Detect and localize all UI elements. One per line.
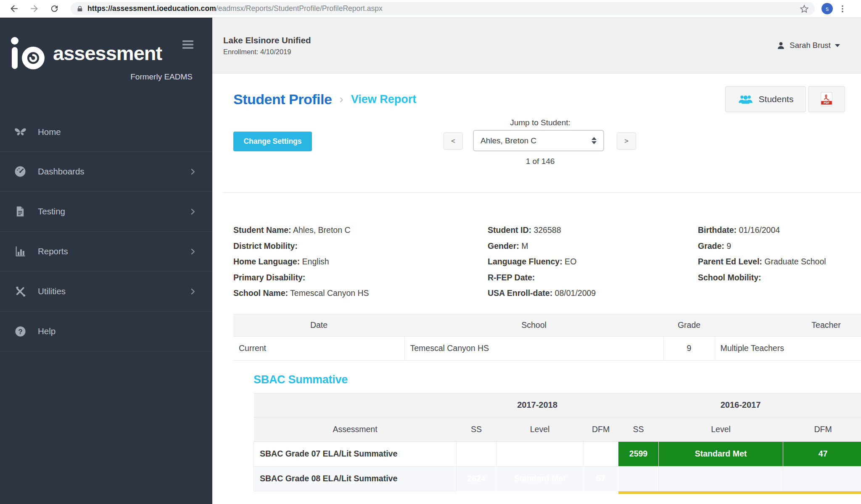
- bookmark-star-icon[interactable]: [800, 4, 809, 13]
- sidebar-item-label: Testing: [38, 206, 65, 216]
- export-button-group: Students PDF: [725, 86, 845, 112]
- sidebar: assessment Formerly EADMS HomeDashboards…: [0, 18, 212, 504]
- sbac-column-header: Level: [659, 417, 783, 441]
- sidebar-item-utilities[interactable]: Utilities: [0, 272, 212, 311]
- pdf-export-button[interactable]: PDF: [808, 86, 845, 112]
- sbac-score-cell: 2599: [618, 441, 659, 466]
- sbac-row: SBAC Grade 08 ELA/Lit Summative2624Stand…: [254, 466, 861, 491]
- sbac-column-header: SS: [618, 417, 659, 441]
- sbac-score-cell: [457, 441, 497, 466]
- prev-student-button[interactable]: <: [444, 132, 463, 150]
- enrollment-cell: Current: [233, 336, 404, 360]
- select-arrows-icon: [592, 137, 597, 144]
- next-student-button[interactable]: >: [617, 132, 636, 150]
- url-host: https://assessment.ioeducation.com: [87, 4, 216, 13]
- enrollment-date: Enrollment: 4/10/2019: [223, 48, 311, 56]
- student-select[interactable]: Ahles, Breton C: [473, 130, 604, 151]
- student-info-field: R-FEP Date:: [488, 270, 698, 286]
- url-path: /eadmsx/Reports/StudentProfile/ProfileRe…: [216, 4, 383, 13]
- students-button-label: Students: [759, 94, 794, 104]
- student-position: 1 of 146: [448, 157, 633, 166]
- question-icon: ?: [13, 325, 28, 338]
- user-menu[interactable]: Sarah Brust: [776, 41, 840, 50]
- sidebar-item-testing[interactable]: Testing: [0, 192, 212, 232]
- sbac-score-cell: [457, 491, 497, 494]
- user-name: Sarah Brust: [790, 41, 831, 50]
- sbac-column-header: SS: [457, 417, 497, 441]
- sbac-score-cell: [618, 491, 659, 494]
- svg-text:PDF: PDF: [824, 101, 829, 104]
- sidebar-item-home[interactable]: Home: [0, 112, 212, 152]
- sidebar-item-dashboards[interactable]: Dashboards: [0, 152, 212, 192]
- sidebar-item-help[interactable]: ?Help: [0, 311, 212, 351]
- divider: [223, 192, 861, 193]
- url-bar[interactable]: https://assessment.ioeducation.com/eadms…: [71, 2, 815, 15]
- sbac-table: 2017-20182016-2017AssessmentSSLevelDFMSS…: [254, 393, 861, 494]
- sbac-year-header: 2016-2017: [618, 393, 861, 417]
- chevron-right-icon: [188, 247, 197, 256]
- student-info-field: Birthdate: 01/16/2004: [698, 222, 861, 238]
- student-info-column: Student Name: Ahles, Breton CDistrict Mo…: [233, 222, 488, 301]
- student-info-field: Language Fluency: EO: [488, 254, 698, 270]
- main: Lake Elsinore Unified Enrollment: 4/10/2…: [212, 18, 861, 504]
- svg-text:?: ?: [18, 327, 22, 335]
- reload-icon[interactable]: [47, 2, 61, 16]
- sbac-row: SBAC Grade 07 ELA/Lit Summative2599Stand…: [254, 441, 861, 466]
- logo-subtitle: Formerly EADMS: [0, 72, 193, 82]
- student-info-column: Student ID: 326588Gender: MLanguage Flue…: [488, 222, 698, 301]
- sbac-score-cell: [584, 491, 618, 494]
- sbac-year-header: 2017-2018: [457, 393, 618, 417]
- sbac-score-cell: [618, 466, 659, 491]
- student-info-field: Primary Disability:: [233, 270, 488, 286]
- student-info-field: Student ID: 326588: [488, 222, 698, 238]
- browser-menu-icon[interactable]: [838, 4, 847, 13]
- sbac-column-header: DFM: [584, 417, 618, 441]
- sbac-column-header: DFM: [783, 417, 861, 441]
- sidebar-item-label: Utilities: [38, 286, 66, 296]
- lock-icon: [77, 5, 83, 12]
- report-content: Student Profile › View Report: [212, 86, 861, 494]
- sbac-assessment-name: SBAC Grade 07 ELA/Lit Summative: [254, 441, 457, 466]
- district-name: Lake Elsinore Unified: [223, 35, 311, 45]
- sidebar-item-reports[interactable]: Reports: [0, 232, 212, 272]
- sbac-score-cell: Standard Met: [497, 466, 584, 491]
- sbac-summative-heading: SBAC Summative: [254, 373, 861, 386]
- student-info-field: District Mobility:: [233, 238, 488, 254]
- butterfly-icon: [13, 125, 28, 138]
- bar-chart-icon: [13, 245, 28, 257]
- sbac-assessment-name: [254, 491, 457, 494]
- students-button[interactable]: Students: [725, 86, 806, 112]
- sidebar-item-label: Help: [38, 326, 55, 336]
- sidebar-nav: HomeDashboardsTestingReportsUtilities?He…: [0, 112, 212, 351]
- enrollment-cell: Multiple Teachers: [715, 336, 861, 360]
- student-select-value: Ahles, Breton C: [481, 136, 536, 145]
- forward-icon[interactable]: [27, 2, 41, 16]
- chevron-right-icon: [188, 287, 197, 296]
- report-controls: Change Settings Jump to Student: < Ahles…: [212, 118, 861, 172]
- chevron-right-icon: [188, 167, 197, 176]
- sbac-score-cell: [497, 441, 584, 466]
- caret-down-icon: [835, 44, 840, 47]
- change-settings-button[interactable]: Change Settings: [233, 132, 312, 151]
- sbac-column-header: Level: [497, 417, 584, 441]
- browser-profile-avatar[interactable]: s: [821, 3, 833, 14]
- view-report-link[interactable]: View Report: [351, 93, 417, 106]
- user-icon: [776, 41, 785, 50]
- sidebar-item-label: Reports: [38, 246, 68, 256]
- jump-to-student-label: Jump to Student:: [448, 118, 633, 127]
- student-info-field: Grade: 9: [698, 238, 861, 254]
- sbac-score-cell: [584, 441, 618, 466]
- back-icon[interactable]: [7, 2, 21, 16]
- pdf-icon: PDF: [821, 92, 832, 106]
- tools-icon: [13, 285, 28, 298]
- student-info: Student Name: Ahles, Breton CDistrict Mo…: [233, 222, 861, 301]
- sbac-score-cell: [659, 466, 783, 491]
- student-info-field: Student Name: Ahles, Breton C: [233, 222, 488, 238]
- student-info-field: School Name: Temescal Canyon HS: [233, 285, 488, 301]
- chevron-right-icon: [188, 207, 197, 216]
- enrollment-cell: Temescal Canyon HS: [404, 336, 663, 360]
- hamburger-menu-icon[interactable]: [182, 40, 193, 50]
- students-group-icon: [738, 93, 753, 106]
- sidebar-item-label: Dashboards: [38, 166, 85, 177]
- sbac-column-header: Assessment: [254, 417, 457, 441]
